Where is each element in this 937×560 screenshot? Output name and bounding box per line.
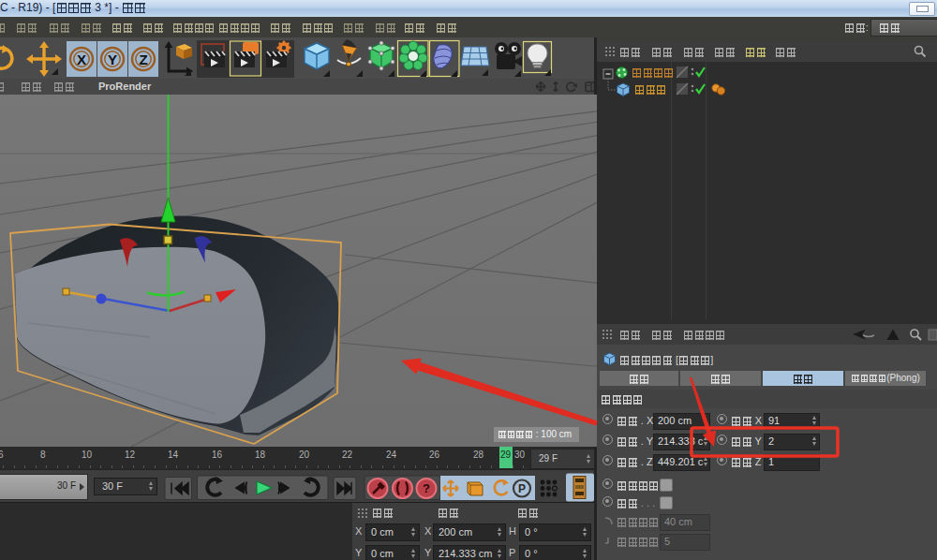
svg-text:?: ? (423, 481, 430, 495)
svg-text:X: X (77, 52, 86, 67)
svg-text:Y: Y (108, 52, 117, 67)
svg-text:Z: Z (139, 52, 147, 67)
svg-text:P: P (518, 482, 526, 495)
